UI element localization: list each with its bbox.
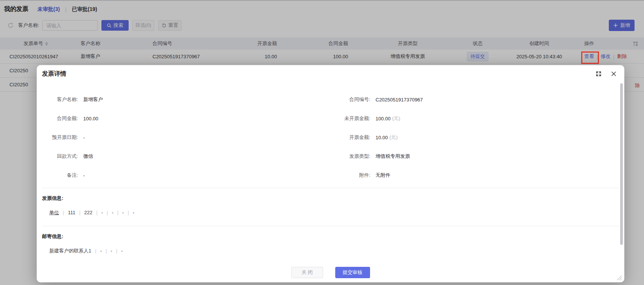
close-button[interactable]: 关 闭	[291, 267, 323, 278]
field-invoice-type: 发票类型: 增值税专用发票	[333, 147, 619, 166]
line-item: -	[112, 210, 113, 215]
line-item: 111	[68, 210, 75, 215]
field-payment-method: 回款方式: 微信	[46, 147, 333, 166]
field-remark: 备注: -	[46, 166, 333, 185]
resize-handle[interactable]	[614, 273, 622, 281]
modal-title: 发票详情	[42, 70, 66, 78]
mail-info-title: 邮寄信息:	[42, 233, 619, 240]
modal-scrollbar[interactable]	[620, 83, 623, 245]
pipe-separator: |	[95, 248, 96, 254]
line-item: 新建客户的联系人1	[49, 248, 91, 254]
line-item: -	[121, 248, 123, 254]
mail-info-line: 新建客户的联系人1|-|-|-	[42, 248, 619, 254]
field-customer-name: 客户名称: 新增客户	[46, 90, 333, 109]
field-contract-amount: 合同金额: 100.00	[46, 109, 333, 128]
modal-footer: 关 闭 提交审核	[42, 267, 619, 278]
pipe-separator: |	[107, 210, 108, 215]
modal-header: 发票详情	[37, 65, 624, 83]
submit-review-button[interactable]: 提交审核	[335, 267, 370, 278]
field-invoice-amount: 开票金额: 10.00 (元)	[333, 128, 619, 147]
pipe-separator: |	[128, 210, 129, 215]
section-divider	[42, 226, 619, 226]
pipe-separator: |	[63, 210, 64, 215]
line-item: -	[110, 248, 112, 254]
line-item: -	[122, 210, 124, 215]
line-item: -	[133, 210, 134, 215]
fullscreen-icon[interactable]	[596, 71, 602, 77]
pipe-separator: |	[117, 210, 118, 215]
modal-body: 客户名称: 新增客户 合同编号: C2025051917370967 合同金额:…	[37, 83, 624, 278]
line-item: 222	[84, 210, 93, 215]
pipe-separator: |	[116, 248, 117, 254]
field-uninvoiced-amount: 未开票金额: 100.00 (元)	[333, 109, 619, 128]
invoice-detail-modal: 发票详情 客户名称: 新增客户	[37, 65, 624, 282]
pipe-separator: |	[106, 248, 107, 254]
invoice-info-title: 发票信息:	[42, 195, 619, 202]
line-item: -	[101, 210, 103, 215]
field-contract-no: 合同编号: C2025051917370967	[333, 90, 619, 109]
line-item: -	[100, 248, 102, 254]
field-grid: 客户名称: 新增客户 合同编号: C2025051917370967 合同金额:…	[42, 83, 619, 185]
pipe-separator: |	[96, 210, 97, 215]
invoice-info-line: 单位|111|222|-|-|-|-	[42, 209, 619, 216]
annotation-highlight-box	[581, 51, 599, 64]
close-icon[interactable]	[611, 71, 617, 77]
field-pre-invoice-date: 预开票日期: -	[46, 128, 333, 147]
pipe-separator: |	[79, 210, 80, 215]
field-attachment: 附件: 无附件	[333, 166, 619, 185]
section-divider	[42, 188, 619, 188]
line-item: 单位	[49, 210, 59, 215]
